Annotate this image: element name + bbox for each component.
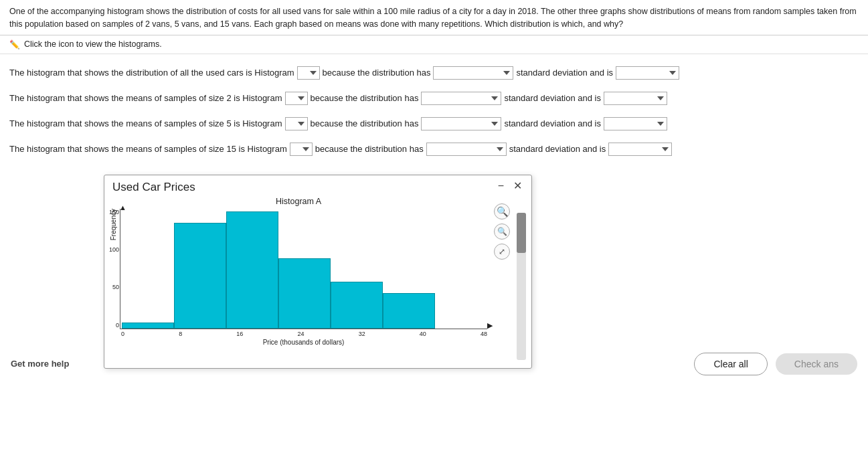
x-axis-arrow: ▶ [487,321,493,330]
y-axis-arrow: ▲ [119,203,126,211]
q2-prefix: The histogram that shows the means of sa… [9,93,282,103]
q3-middle-text: because the distribution has [311,118,419,128]
histogram-a-wrapper: Histogram A Frequency ▲ ▶ 0 50 [110,197,487,363]
top-description: One of the accompanying histogram shows … [0,0,868,35]
questions-area: The histogram that shows the distributio… [0,54,868,175]
question-row-2: The histogram that shows the means of sa… [9,92,859,105]
q4-std-text: standard deviation and is [509,144,606,154]
q1-distribution-dropdown[interactable]: the largestthe smallesta medium [433,66,513,80]
histogram-a-title: Histogram A [110,197,487,206]
chart-modal: Used Car Prices − ✕ Histogram A Frequenc… [104,175,532,369]
y-tick-150: 150 [100,209,119,215]
q3-std-text: standard deviation and is [504,118,601,128]
q2-histogram-dropdown[interactable]: ABCD [285,92,308,105]
y-tick-0: 0 [100,322,119,329]
minimize-button[interactable]: − [497,181,505,191]
y-tick-50: 50 [100,284,119,290]
zoom-out-icon: 🔍 [497,227,507,236]
chart-modal-title-bar: Used Car Prices − ✕ [104,175,531,197]
histogram-bar [174,223,226,329]
expand-button[interactable]: ⤢ [494,244,510,260]
click-instruction-text: Click the icon to view the histograms. [24,39,162,49]
q1-middle-text: because the distribution has [323,68,431,78]
zoom-in-button[interactable]: 🔍 [494,203,510,219]
zoom-controls: 🔍 🔍 ⤢ [491,197,513,363]
q2-middle-text: because the distribution has [311,93,419,103]
q3-histogram-dropdown[interactable]: ABCD [285,117,308,130]
expand-icon: ⤢ [499,247,505,256]
click-instruction-row: ✏️ Click the icon to view the histograms… [0,35,868,54]
chart-container: Histogram A Frequency ▲ ▶ 0 50 [104,197,531,368]
q4-distribution-dropdown[interactable]: the largestthe smallesta medium [426,143,507,156]
histogram-bar [331,282,383,329]
q4-shape-dropdown[interactable]: symmetricskewed rightskewed left [608,143,672,156]
modal-controls: − ✕ [497,181,523,191]
close-button[interactable]: ✕ [512,181,523,191]
q1-prefix: The histogram that shows the distributio… [9,68,294,78]
x-axis-title: Price (thousands of dollars) [120,339,487,346]
chart-modal-title: Used Car Prices [112,181,195,194]
zoom-in-icon: 🔍 [497,206,508,217]
scroll-thumb[interactable] [517,213,526,253]
q3-shape-dropdown[interactable]: symmetricskewed rightskewed left [604,117,667,130]
q3-distribution-dropdown[interactable]: the largestthe smallesta medium [421,117,501,130]
q2-distribution-dropdown[interactable]: the largestthe smallesta medium [421,92,501,105]
q2-shape-dropdown[interactable]: symmetricskewed rightskewed left [604,92,667,105]
q2-std-text: standard deviation and is [504,93,601,103]
question-row-1: The histogram that shows the distributio… [9,66,859,80]
y-ticks: 0 50 100 150 [100,209,119,329]
histogram-area: Frequency ▲ ▶ 0 50 100 150 [110,209,487,346]
q1-shape-dropdown[interactable]: symmetricskewed rightskewed left [616,66,679,80]
q4-prefix: The histogram that shows the means of sa… [9,144,287,154]
bottom-section: Used Car Prices − ✕ Histogram A Frequenc… [0,175,868,382]
description-text: One of the accompanying histogram shows … [9,7,857,29]
page: One of the accompanying histogram shows … [0,0,868,451]
q4-histogram-dropdown[interactable]: ABCD [290,143,313,156]
pencil-icon: ✏️ [9,39,20,50]
get-more-help-link[interactable]: Get more help [11,359,69,369]
histogram-bar [383,293,435,329]
q3-prefix: The histogram that shows the means of sa… [9,118,282,128]
clear-all-button[interactable]: Clear all [694,353,767,375]
q1-histogram-dropdown[interactable]: ABCD [297,66,320,80]
histogram-bar [278,258,331,329]
question-row-4: The histogram that shows the means of sa… [9,143,859,156]
y-tick-100: 100 [100,246,119,253]
q4-middle-text: because the distribution has [315,144,424,154]
zoom-out-button[interactable]: 🔍 [494,223,510,240]
question-row-3: The histogram that shows the means of sa… [9,117,859,130]
x-axis-labels: 0 8 16 24 32 40 48 [120,331,487,337]
bars-area: ▲ ▶ 0 50 100 150 [120,209,487,329]
check-answer-button[interactable]: Check ans [776,353,857,375]
scroll-track[interactable] [517,213,526,360]
q1-std-text: standard deviation and is [516,68,613,78]
histogram-bar [122,323,174,329]
histogram-bar [226,211,278,329]
chart-and-xaxis: ▲ ▶ 0 50 100 150 [120,209,487,346]
